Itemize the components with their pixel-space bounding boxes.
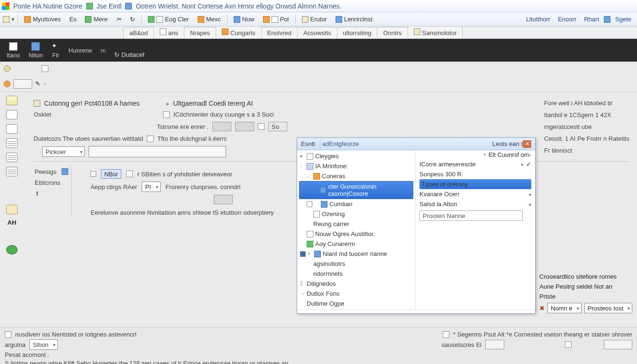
- name-combo[interactable]: Nomn e: [547, 303, 582, 313]
- rail-doc-icon[interactable]: [6, 124, 18, 134]
- checkbox[interactable]: [91, 171, 96, 177]
- chevron-down-icon[interactable]: [526, 200, 531, 208]
- ribbon-link-0[interactable]: Lltutthorr: [523, 15, 553, 24]
- nbsr-field[interactable]: NBsr: [101, 169, 121, 179]
- slbon-combo[interactable]: Slbon: [29, 339, 58, 350]
- expand-icon[interactable]: -: [307, 173, 311, 179]
- rail-folder-icon[interactable]: [6, 96, 18, 105]
- tab-4[interactable]: Enolvred: [261, 27, 298, 38]
- prop-row[interactable]: Sonpess 300 R.: [419, 169, 531, 179]
- num-field-1[interactable]: [212, 122, 231, 131]
- posts-combo[interactable]: Prosteos tost: [584, 303, 633, 313]
- so-button[interactable]: So: [268, 122, 287, 131]
- tree-node[interactable]: Nouw Ogres Austittor.: [299, 229, 413, 239]
- rail-sheet-icon[interactable]: [6, 167, 18, 176]
- tree-node[interactable]: cter Gunorcstvnin casron|Cosore: [299, 181, 413, 199]
- ribbon-btn-refresh[interactable]: ↻: [127, 14, 138, 24]
- dd-name-input[interactable]: [419, 210, 523, 221]
- dark-link[interactable]: ↻Duttacef: [114, 43, 144, 58]
- tree-node[interactable]: 2Ditignedos: [299, 279, 413, 289]
- dark-item-1[interactable]: Niton: [28, 42, 43, 59]
- ribbon-link-2[interactable]: Rhart: [581, 15, 602, 24]
- tab-0[interactable]: aB&od: [123, 27, 154, 38]
- tab-1[interactable]: ans: [154, 26, 184, 38]
- st-field[interactable]: [485, 340, 504, 349]
- ribbon-btn-5[interactable]: Eog Cler: [145, 14, 192, 24]
- tab-3[interactable]: Cungarts: [216, 26, 262, 38]
- ribbon-btn-0[interactable]: Myuttoves: [21, 14, 64, 24]
- tool-icon[interactable]: [3, 16, 9, 23]
- rail-grid-icon[interactable]: [6, 153, 18, 162]
- tree-node[interactable]: -Coneras: [299, 171, 413, 181]
- list-arrow[interactable]: ⬆: [34, 188, 66, 199]
- rail-envelope-icon[interactable]: [6, 110, 18, 119]
- close-icon[interactable]: ✕: [523, 140, 531, 148]
- tree-node[interactable]: Dultime Ogpe: [299, 299, 413, 309]
- back-icon[interactable]: [4, 65, 10, 72]
- rail-card-icon[interactable]: [6, 205, 18, 214]
- tree-node[interactable]: Cumtian: [299, 199, 413, 209]
- list-item[interactable]: Peesigs: [34, 166, 66, 177]
- chevron-down-icon[interactable]: [518, 161, 523, 168]
- expand-icon[interactable]: -: [300, 164, 305, 169]
- small-field[interactable]: [214, 195, 233, 204]
- prop-row[interactable]: Tqoes ot orerony: [419, 179, 531, 189]
- prop-row[interactable]: Salsd la Atton: [419, 199, 531, 209]
- dd-title-field[interactable]: adEntgfeorze: [322, 140, 359, 147]
- chevron-down-icon[interactable]: ▾: [300, 154, 305, 159]
- title-seg-2: Jse Eintl: [97, 2, 122, 10]
- dark-item-3[interactable]: Hunrene: [69, 47, 92, 54]
- refresh-icon[interactable]: [86, 3, 93, 9]
- ribbon-btn-6[interactable]: Mexc: [194, 14, 224, 24]
- edit-icon[interactable]: ✎: [35, 80, 40, 87]
- ribbon-btn-1[interactable]: Es: [66, 14, 80, 24]
- checkbox-icon[interactable]: [307, 201, 312, 207]
- close-x-icon[interactable]: ✖: [539, 305, 545, 312]
- pi-combo[interactable]: PI: [142, 182, 161, 192]
- prop-row[interactable]: Kvanare Ocerr: [419, 189, 531, 199]
- expand-icon[interactable]: 2: [300, 281, 305, 286]
- dark-item-0[interactable]: Itans: [7, 42, 20, 59]
- dd-title-right[interactable]: Leots ean t: [492, 140, 523, 147]
- tree-node[interactable]: →Dutlox Fons: [299, 289, 413, 299]
- ribbon-link-3[interactable]: Sgete: [612, 15, 634, 24]
- expand-icon[interactable]: →: [300, 291, 305, 296]
- tab-8[interactable]: Sansmolotor: [408, 26, 463, 38]
- tree-node[interactable]: ndorrnnets: [299, 269, 413, 279]
- ribbon-btn-10[interactable]: Lenrirclnst: [332, 14, 376, 24]
- st-field-2[interactable]: [604, 340, 632, 349]
- tree-node[interactable]: Ozening: [299, 209, 413, 219]
- settings-icon[interactable]: [604, 16, 610, 23]
- ribbon-btn-2[interactable]: Mere: [82, 14, 111, 24]
- ribbon-btn-9[interactable]: Erutor: [299, 14, 330, 24]
- rail-table-icon[interactable]: [6, 138, 18, 148]
- nav-icon[interactable]: [4, 81, 10, 87]
- tool-icon[interactable]: [42, 65, 48, 72]
- ribbon-btn-8[interactable]: Pol: [260, 14, 292, 24]
- tab-6[interactable]: ultorrsiting: [337, 27, 378, 38]
- tree-node[interactable]: Aoy Cunarerm: [299, 239, 413, 249]
- wide-input[interactable]: [89, 146, 226, 157]
- tree-node[interactable]: agsinuttotrs: [299, 259, 413, 269]
- picker-combo[interactable]: Pickoer: [42, 146, 85, 157]
- prop-row[interactable]: ICorre armeserescte✓: [419, 159, 531, 169]
- dark-item-2[interactable]: ✦Flr: [52, 42, 60, 59]
- tree-node[interactable]: Reung carrer: [299, 219, 413, 229]
- ribbon-btn-cut[interactable]: ✂: [113, 14, 125, 24]
- ribbon-link-1[interactable]: Enoorr: [555, 15, 579, 24]
- checkbox-icon[interactable]: [300, 251, 306, 257]
- node-label: Aoy Cunarerm: [315, 240, 355, 247]
- tab-2[interactable]: Nrapes: [184, 27, 216, 38]
- chevron-down-icon[interactable]: [526, 191, 531, 198]
- tree-node[interactable]: -IA Mrinfone:: [299, 161, 413, 171]
- tab-7[interactable]: Onntrs: [377, 27, 408, 38]
- ribbon-btn-7[interactable]: Nuw: [230, 14, 258, 24]
- tab-5[interactable]: Acsowstts: [297, 27, 337, 38]
- tree-node[interactable]: +Niant md tuocerr rianne: [299, 249, 413, 259]
- mini-input[interactable]: [13, 79, 32, 89]
- expand-icon[interactable]: +: [308, 251, 312, 256]
- dd-action-pill[interactable]: Elt Cuunrsf om-: [489, 151, 531, 158]
- rail-shield-icon[interactable]: [6, 245, 18, 255]
- num-field-2[interactable]: [235, 122, 254, 131]
- list-item[interactable]: Ettitcrons: [34, 177, 66, 188]
